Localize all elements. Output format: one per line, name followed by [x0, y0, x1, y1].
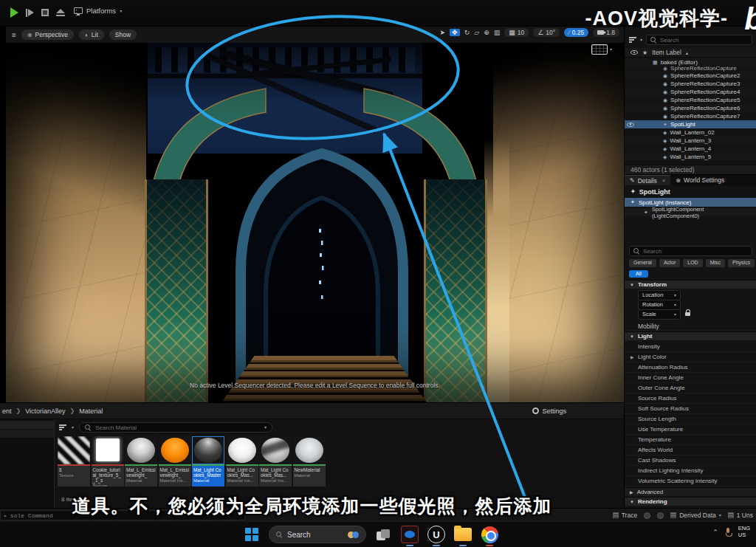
level-viewport[interactable]: ≡ ⊕Perspective ◐Lit Show ➤ ✥ ↻ ▱ ⊕ ▥ ▦10… — [6, 27, 624, 402]
scale-tool-icon[interactable]: ▱ — [474, 29, 479, 36]
outliner-row-spherereflectioncapture5[interactable]: ◉SphereReflectionCapture5 — [625, 96, 756, 104]
viewport-menu-icon[interactable]: ≡ — [12, 31, 16, 39]
frame-skip-button[interactable] — [26, 9, 34, 17]
filter-chip-physics[interactable]: Physics — [728, 259, 755, 267]
asset-tile-mat-light-cookies-mas-[interactable]: Mat_Light Cookies_Mas...Material Ins... — [226, 436, 258, 486]
lit-mode-dropdown[interactable]: ◐Lit — [79, 30, 104, 40]
filter-chip-actor[interactable]: Actor — [659, 259, 680, 267]
outliner-row-wall-lantern-02[interactable]: ◈Wall_Lantern_02 — [625, 128, 756, 137]
asset-tile-newmaterial[interactable]: NewMaterialMaterial — [293, 436, 326, 486]
details-component-row[interactable]: ✦ SpotLightComponent (LightComponent0) — [625, 208, 756, 216]
task-view-button[interactable] — [374, 525, 393, 544]
tray-expand-chevron[interactable]: ⌃ — [712, 529, 718, 536]
language-indicator[interactable]: ENGUS — [738, 526, 750, 538]
scale-dropdown[interactable]: Scale▾ — [638, 309, 681, 320]
breadcrumb-material[interactable]: Material — [79, 407, 103, 415]
microphone-icon[interactable] — [726, 528, 731, 537]
asset-tile-cookie-tutorial-texture-5-1-s[interactable]: Cookie_tutorial_texture_5__1_sTexture — [92, 436, 124, 486]
asset-tile-mat-l-emissiveweight-[interactable]: Mat_L_Emissiveweight_Material Ins... — [159, 436, 191, 486]
channel-logo: b — [744, 1, 756, 37]
media-app-button[interactable] — [400, 525, 419, 544]
outliner-row-spotlight[interactable]: ✦SpotLight — [625, 120, 756, 128]
select-tool-icon[interactable]: ➤ — [440, 29, 446, 36]
chrome-button[interactable] — [480, 525, 499, 544]
unsaved-button[interactable]: 1 Uns — [728, 512, 753, 519]
tab-details[interactable]: ✎ Details × — [625, 175, 670, 185]
breadcrumb[interactable]: ent ❯ VictorianAlley ❯ Material — [0, 407, 103, 415]
outliner-row-spherereflectioncapture[interactable]: ◉SphereReflectionCapture — [625, 66, 756, 72]
outliner-row-spherereflectioncapture3[interactable]: ◉SphereReflectionCapture3 — [625, 80, 756, 88]
status-icon-2[interactable] — [657, 512, 664, 519]
unreal-engine-button[interactable]: U — [427, 525, 446, 544]
play-button[interactable] — [10, 7, 18, 18]
section-advanced[interactable]: ▶ Advanced — [625, 487, 756, 496]
chevron-right-icon[interactable]: ▶ — [630, 354, 635, 359]
launch-button[interactable] — [56, 9, 65, 16]
filter-chip-general[interactable]: General — [629, 259, 656, 267]
grid-snap-control[interactable]: ▦10 — [504, 28, 529, 37]
outliner-row-spherereflectioncapture2[interactable]: ◉SphereReflectionCapture2 — [625, 72, 756, 80]
show-dropdown[interactable]: Show — [109, 30, 137, 40]
outliner-filter-icon[interactable] — [629, 37, 636, 42]
asset-tile-8[interactable]: 8Texture — [58, 436, 90, 486]
section-light[interactable]: ▼ Light — [625, 331, 756, 340]
outliner-row-spherereflectioncapture6[interactable]: ◉SphereReflectionCapture6 — [625, 104, 756, 112]
rotation-dropdown[interactable]: Rotation▾ — [638, 300, 681, 310]
outliner-search-input[interactable] — [660, 37, 748, 44]
spotlight-icon: ✦ — [630, 199, 635, 205]
perspective-dropdown[interactable]: ⊕Perspective — [21, 30, 74, 40]
scene-render[interactable]: No active Level Sequencer detected. Plea… — [6, 43, 624, 402]
world-space-toggle-icon[interactable]: ⊕ — [484, 29, 489, 36]
taskbar-search[interactable]: Search — [269, 526, 366, 543]
outliner-row-wall-lantern-5[interactable]: ◈Wall_Lantern_5 — [625, 153, 756, 161]
outliner-row-wall-lantern-3[interactable]: ◈Wall_Lantern_3 — [625, 137, 756, 145]
content-filter-icon[interactable] — [59, 424, 66, 430]
filter-chip-all[interactable]: All — [629, 270, 648, 278]
platforms-dropdown[interactable]: Platforms ▾ — [74, 7, 122, 15]
close-icon[interactable]: × — [662, 177, 666, 184]
status-icon-1[interactable] — [644, 512, 650, 519]
breadcrumb-content[interactable]: ent — [2, 407, 12, 415]
outliner-row-wall-lantern-4[interactable]: ◈Wall_Lantern_4 — [625, 145, 756, 153]
outliner-row-spherereflectioncapture7[interactable]: ◉SphereReflectionCapture7 — [625, 112, 756, 120]
grid-snap-icon: ▦ — [509, 29, 515, 36]
chevron-down-icon: ▾ — [674, 303, 676, 307]
outliner-row-spherereflectioncapture4[interactable]: ◉SphereReflectionCapture4 — [625, 88, 756, 96]
visibility-eye-icon[interactable] — [627, 123, 634, 127]
asset-name: Mat_Light Cookies_Mas...Material Ins... — [259, 466, 292, 486]
filter-chip-misc[interactable]: Misc — [706, 259, 725, 267]
scale-snap-icon: ⁄ — [568, 29, 570, 36]
file-explorer-button[interactable] — [453, 525, 472, 544]
outliner-header[interactable]: ★ Item Label ▴ — [625, 48, 756, 58]
section-rendering[interactable]: ▼ Rendering — [625, 497, 756, 506]
stop-button[interactable] — [41, 9, 49, 16]
chevron-down-icon: ▾ — [264, 425, 267, 430]
property-volumetric-scattering-intensity: Volumetric Scattering Intensity — [625, 476, 756, 486]
property-label: Intensity — [638, 343, 660, 350]
viewport-layout-selector[interactable]: ▾ — [591, 44, 612, 55]
details-search-input[interactable] — [643, 248, 748, 255]
asset-thumbnail — [192, 436, 224, 464]
content-browser-settings-button[interactable]: Settings — [532, 407, 566, 415]
asset-tile-mat-light-cookies-master[interactable]: Mat_Light Cookies_MasterMaterial — [192, 436, 224, 486]
section-transform[interactable]: ▼ Transform — [625, 280, 756, 289]
property-indirect-lighting-intensity: Indirect Lighting Intensity — [625, 466, 756, 476]
rotation-snap-control[interactable]: ∠10° — [533, 28, 560, 37]
content-search-input[interactable] — [95, 424, 261, 431]
lock-icon[interactable] — [685, 312, 690, 317]
outliner-row-baked-editor-[interactable]: ▦baked (Editor) — [625, 58, 756, 66]
asset-tile-mat-light-cookies-mas-[interactable]: Mat_Light Cookies_Mas...Material Ins... — [259, 436, 292, 486]
surface-snap-icon[interactable]: ▥ — [494, 29, 501, 36]
filter-chip-lod[interactable]: LOD — [683, 259, 702, 267]
move-tool-icon[interactable]: ✥ — [450, 29, 460, 36]
start-button[interactable] — [242, 525, 261, 544]
tab-world-settings[interactable]: ⊕ World Settings — [670, 175, 729, 185]
rotate-tool-icon[interactable]: ↻ — [464, 29, 470, 36]
content-browser: ent ❯ VictorianAlley ❯ Material Settings… — [0, 402, 624, 508]
location-dropdown[interactable]: Location▾ — [638, 290, 681, 300]
search-icon — [276, 531, 283, 538]
chevron-down-icon: ▼ — [630, 283, 634, 287]
derived-data-button[interactable]: Derived Data ▾ — [670, 512, 721, 519]
asset-tile-mat-l-emissiveweight-[interactable]: Mat_L_Emissiveweight_Material — [125, 436, 157, 486]
breadcrumb-victorianalley[interactable]: VictorianAlley — [25, 407, 65, 415]
